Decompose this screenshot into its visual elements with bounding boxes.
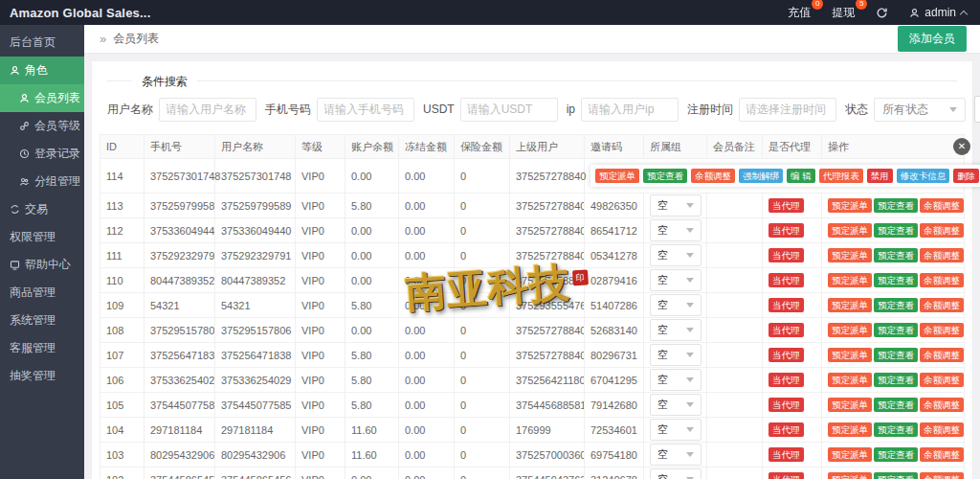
group-select[interactable]: 空: [650, 194, 702, 217]
user-menu[interactable]: admin: [909, 6, 967, 19]
action-button[interactable]: 预定查看: [874, 223, 918, 239]
action-button[interactable]: 预定查看: [874, 248, 918, 263]
usdt-input[interactable]: [460, 98, 558, 122]
action-button[interactable]: 余额调整: [920, 223, 964, 239]
action-button[interactable]: 预定查看: [874, 323, 918, 338]
group-select[interactable]: 空: [650, 219, 702, 241]
group-select[interactable]: 空: [650, 319, 702, 341]
action-button[interactable]: 预定派单: [828, 472, 872, 479]
action-button[interactable]: 当代理: [768, 198, 804, 214]
username-input[interactable]: [159, 98, 256, 122]
action-button[interactable]: 预定查看: [874, 472, 918, 479]
action-button[interactable]: 预定查看: [874, 298, 918, 313]
action-button[interactable]: 余额调整: [920, 348, 964, 363]
sidebar-item-8[interactable]: 抽奖管理: [0, 362, 84, 390]
action-button[interactable]: 预定派单: [828, 447, 872, 463]
action-button[interactable]: 预定查看: [874, 422, 918, 438]
action-button[interactable]: 当代理: [768, 248, 804, 263]
action-button[interactable]: 当代理: [768, 223, 804, 239]
sidebar-item-label: 角色: [25, 62, 48, 79]
group-select[interactable]: 空: [650, 444, 702, 466]
action-button[interactable]: 当代理: [768, 273, 804, 288]
action-button[interactable]: 余额调整: [920, 373, 964, 388]
action-button[interactable]: 余额调整: [920, 298, 964, 313]
action-button[interactable]: 余额调整: [920, 273, 964, 288]
action-button[interactable]: 预定派单: [828, 298, 872, 313]
action-button[interactable]: 预定派单: [828, 248, 872, 263]
action-button[interactable]: 预定查看: [874, 348, 918, 363]
sidebar-subitem-1-3[interactable]: 分组管理: [0, 168, 84, 195]
sidebar-item-4[interactable]: 帮助中心: [0, 251, 84, 279]
action-button[interactable]: 当代理: [768, 373, 804, 388]
action-button[interactable]: 预定查看: [874, 198, 918, 214]
action-button[interactable]: 预定派单: [828, 348, 872, 363]
phone-input[interactable]: [317, 98, 414, 122]
action-button[interactable]: 强制解绑: [739, 169, 783, 184]
action-button[interactable]: 预定查看: [643, 169, 687, 184]
action-button[interactable]: 当代理: [768, 422, 804, 438]
action-button[interactable]: 余额调整: [920, 422, 964, 438]
group-select[interactable]: 空: [650, 394, 702, 416]
sidebar-item-6[interactable]: 系统管理: [0, 307, 84, 334]
refresh-icon[interactable]: [876, 7, 888, 19]
recharge-link[interactable]: 充值 0: [788, 5, 811, 21]
sidebar-subitem-1-1[interactable]: 会员等级: [0, 112, 84, 140]
sidebar-item-0[interactable]: 后台首页: [0, 29, 84, 57]
action-button[interactable]: 预定派单: [828, 398, 872, 413]
status-select[interactable]: 所有状态: [874, 98, 966, 122]
group-icon: [19, 176, 30, 187]
close-icon[interactable]: ✕: [953, 138, 970, 155]
sidebar-item-3[interactable]: 权限管理: [0, 223, 84, 251]
action-button[interactable]: 当代理: [768, 323, 804, 338]
withdraw-link[interactable]: 提现 5: [832, 5, 855, 21]
sidebar-item-5[interactable]: 商品管理: [0, 279, 84, 307]
action-button[interactable]: 预定查看: [874, 447, 918, 463]
action-button[interactable]: 余额调整: [920, 198, 964, 214]
sidebar-item-2[interactable]: 交易: [0, 195, 84, 223]
add-member-button[interactable]: 添加会员: [898, 26, 967, 52]
action-button[interactable]: 余额调整: [920, 323, 964, 338]
group-select[interactable]: 空: [650, 294, 702, 316]
action-button[interactable]: 禁用: [867, 169, 893, 184]
action-button[interactable]: 修改卡信息: [897, 169, 950, 184]
cell-level: VIP0: [296, 468, 345, 479]
action-button[interactable]: 预定派单: [828, 323, 872, 338]
action-button[interactable]: 预定派单: [828, 198, 872, 214]
action-button[interactable]: 预定派单: [828, 422, 872, 438]
group-select[interactable]: 空: [650, 369, 702, 391]
action-button[interactable]: 余额调整: [920, 447, 964, 463]
chevron-down-icon: [686, 253, 694, 258]
search-button[interactable]: 搜 索: [974, 96, 980, 123]
action-button[interactable]: 预定派单: [828, 273, 872, 288]
action-button[interactable]: 余额调整: [920, 398, 964, 413]
action-button[interactable]: 预定查看: [874, 373, 918, 388]
action-button[interactable]: 当代理: [768, 398, 804, 413]
action-button[interactable]: 删除: [953, 169, 979, 184]
ip-input[interactable]: [581, 98, 679, 122]
group-select[interactable]: 空: [650, 244, 702, 266]
regtime-input[interactable]: [739, 98, 836, 122]
action-button[interactable]: 预定派单: [828, 223, 872, 239]
action-button[interactable]: 预定派单: [828, 373, 872, 388]
action-button[interactable]: 当代理: [768, 472, 804, 479]
group-select[interactable]: 空: [650, 269, 702, 291]
group-select[interactable]: 空: [650, 344, 702, 366]
sidebar-item-1[interactable]: 角色: [0, 57, 84, 84]
cell-frozen: 0.00: [399, 218, 455, 243]
action-button[interactable]: 当代理: [768, 447, 804, 463]
group-select[interactable]: 空: [650, 419, 702, 441]
action-button[interactable]: 当代理: [768, 348, 804, 363]
action-button[interactable]: 预定查看: [874, 273, 918, 288]
action-button[interactable]: 预定查看: [874, 398, 918, 413]
action-button[interactable]: 当代理: [768, 298, 804, 313]
action-button[interactable]: 预定派单: [595, 169, 639, 184]
group-select[interactable]: 空: [650, 468, 702, 479]
action-button[interactable]: 编 辑: [787, 169, 815, 184]
action-button[interactable]: 余额调整: [920, 248, 964, 263]
action-button[interactable]: 余额调整: [691, 169, 735, 184]
sidebar-item-7[interactable]: 客服管理: [0, 334, 84, 362]
sidebar-subitem-1-2[interactable]: 登录记录: [0, 140, 84, 168]
action-button[interactable]: 代理报表: [819, 169, 863, 184]
action-button[interactable]: 余额调整: [920, 472, 964, 479]
sidebar-subitem-1-0[interactable]: 会员列表: [0, 84, 84, 112]
